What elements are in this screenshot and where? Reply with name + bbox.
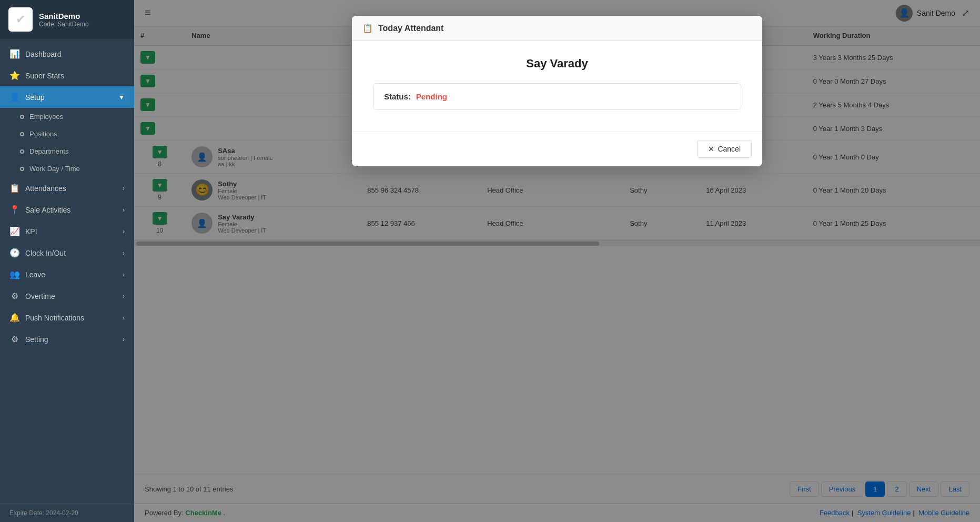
sidebar-item-departments[interactable]: Departments xyxy=(0,143,134,160)
modal: 📋 Today Attendant Say Varady Status: Pen… xyxy=(352,16,762,166)
chevron-right-icon: › xyxy=(123,293,125,300)
chevron-right-icon: › xyxy=(123,271,125,278)
modal-employee-name: Say Varady xyxy=(373,57,741,71)
sale-icon: 📍 xyxy=(9,205,20,215)
modal-header: 📋 Today Attendant xyxy=(352,16,762,41)
setup-icon: 👤 xyxy=(9,92,20,102)
chevron-right-icon: › xyxy=(123,206,125,214)
chevron-right-icon: › xyxy=(123,185,125,192)
clockin-icon: 🕐 xyxy=(9,248,20,258)
status-label: Status: xyxy=(384,92,411,101)
sidebar: ✔ SanitDemo Code: SanitDemo 📊 Dashboard … xyxy=(0,0,134,522)
sidebar-item-label: Setup xyxy=(25,93,45,102)
chevron-right-icon: › xyxy=(123,314,125,322)
chevron-right-icon: › xyxy=(123,249,125,257)
sidebar-header: ✔ SanitDemo Code: SanitDemo xyxy=(0,0,134,39)
sidebar-item-superstars[interactable]: ⭐ Super Stars xyxy=(0,65,134,86)
sidebar-item-label: Sale Activities xyxy=(25,206,70,214)
status-row: Status: Pending xyxy=(373,83,741,110)
dot-icon xyxy=(20,149,24,154)
app-name: SanitDemo xyxy=(39,12,89,21)
sidebar-item-label: Super Stars xyxy=(25,72,64,80)
modal-title: Today Attendant xyxy=(378,24,443,33)
sidebar-item-employees[interactable]: Employees xyxy=(0,108,134,125)
sidebar-item-workday[interactable]: Work Day / Time xyxy=(0,160,134,177)
dot-icon xyxy=(20,132,24,136)
status-value: Pending xyxy=(416,92,447,101)
sidebar-item-label: Overtime xyxy=(25,292,55,300)
sidebar-item-attendances[interactable]: 📋 Attendances › xyxy=(0,177,134,199)
sidebar-item-label: Attendances xyxy=(25,184,66,193)
pushnotif-icon: 🔔 xyxy=(9,313,20,323)
sidebar-item-sale[interactable]: 📍 Sale Activities › xyxy=(0,199,134,220)
sidebar-item-label: Leave xyxy=(25,270,45,279)
superstars-icon: ⭐ xyxy=(9,71,20,81)
cancel-button[interactable]: ✕ Cancel xyxy=(697,140,752,158)
sidebar-item-clockin[interactable]: 🕐 Clock In/Out › xyxy=(0,242,134,264)
cancel-label: Cancel xyxy=(718,145,741,153)
sidebar-item-overtime[interactable]: ⚙ Overtime › xyxy=(0,285,134,307)
sidebar-item-label: Dashboard xyxy=(25,50,62,58)
sidebar-item-setting[interactable]: ⚙ Setting › xyxy=(0,328,134,350)
modal-footer: ✕ Cancel xyxy=(352,131,762,166)
main-content: ≡ 👤 Sanit Demo ⤢ # Name Phone Branch/Dep… xyxy=(134,0,980,522)
sidebar-item-setup[interactable]: 👤 Setup ▼ xyxy=(0,86,134,108)
leave-icon: 👥 xyxy=(9,269,20,279)
app-logo: ✔ xyxy=(8,7,33,32)
sidebar-item-label: Push Notifications xyxy=(25,314,84,322)
app-code: Code: SanitDemo xyxy=(39,21,89,28)
chevron-right-icon: › xyxy=(123,228,125,235)
sidebar-footer: Expire Date: 2024-02-20 xyxy=(0,504,134,522)
modal-overlay: 📋 Today Attendant Say Varady Status: Pen… xyxy=(134,0,980,522)
sidebar-item-pushnotif[interactable]: 🔔 Push Notifications › xyxy=(0,307,134,328)
overtime-icon: ⚙ xyxy=(9,291,20,301)
chevron-down-icon: ▼ xyxy=(118,94,125,101)
sidebar-item-label: Positions xyxy=(29,130,57,138)
sidebar-item-dashboard[interactable]: 📊 Dashboard xyxy=(0,43,134,65)
sidebar-item-leave[interactable]: 👥 Leave › xyxy=(0,264,134,285)
kpi-icon: 📈 xyxy=(9,226,20,236)
dot-icon xyxy=(20,167,24,171)
dashboard-icon: 📊 xyxy=(9,49,20,59)
sidebar-item-kpi[interactable]: 📈 KPI › xyxy=(0,220,134,242)
setting-icon: ⚙ xyxy=(9,334,20,344)
sidebar-item-label: Employees xyxy=(29,113,63,121)
modal-body: Say Varady Status: Pending xyxy=(352,41,762,131)
attendances-icon: 📋 xyxy=(9,183,20,193)
sidebar-item-positions[interactable]: Positions xyxy=(0,125,134,143)
dot-icon xyxy=(20,115,24,119)
sidebar-item-label: Setting xyxy=(25,335,48,344)
x-icon: ✕ xyxy=(708,145,714,153)
sidebar-item-label: Departments xyxy=(29,147,68,155)
chevron-right-icon: › xyxy=(123,336,125,343)
sidebar-nav: 📊 Dashboard ⭐ Super Stars 👤 Setup ▼ Empl… xyxy=(0,39,134,504)
sidebar-item-label: Work Day / Time xyxy=(29,165,80,173)
modal-title-icon: 📋 xyxy=(362,23,373,33)
sidebar-item-label: Clock In/Out xyxy=(25,249,66,257)
sidebar-item-label: KPI xyxy=(25,227,37,236)
